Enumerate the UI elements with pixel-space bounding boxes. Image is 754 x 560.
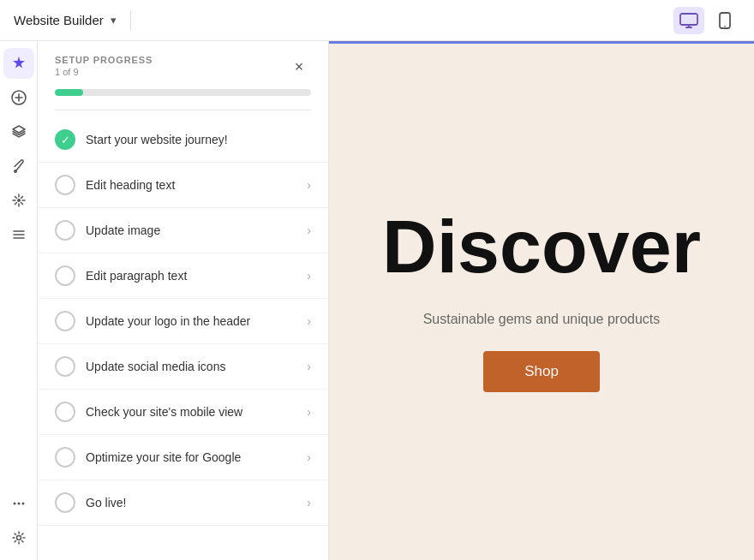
progress-count: 1 of 9 bbox=[55, 67, 153, 77]
check-empty-icon bbox=[55, 492, 75, 513]
checklist-item-label-update-image: Update image bbox=[86, 223, 296, 237]
svg-point-5 bbox=[13, 503, 15, 505]
checklist-item-update-logo[interactable]: Update your logo in the header › bbox=[38, 299, 328, 344]
magic-sidebar-button[interactable] bbox=[3, 48, 34, 79]
svg-point-2 bbox=[724, 25, 726, 27]
checklist-item-go-live[interactable]: Go live! › bbox=[38, 480, 328, 526]
header-left: Website Builder ▾ bbox=[14, 10, 138, 31]
header-divider bbox=[130, 10, 131, 31]
check-completed-icon: ✓ bbox=[55, 129, 75, 150]
check-empty-icon bbox=[55, 265, 75, 286]
checklist-item-label-go-live: Go live! bbox=[86, 496, 296, 509]
checklist-item-mobile-view[interactable]: Check your site's mobile view › bbox=[38, 390, 328, 435]
progress-bar-track bbox=[55, 89, 311, 96]
list-sidebar-button[interactable] bbox=[3, 219, 34, 250]
sparkle-sidebar-button[interactable] bbox=[3, 185, 34, 216]
chevron-right-icon: › bbox=[307, 450, 311, 464]
add-sidebar-button[interactable] bbox=[3, 82, 34, 113]
setup-panel-header: SETUP PROGRESS 1 of 9 × bbox=[38, 41, 328, 89]
chevron-right-icon: › bbox=[307, 314, 311, 328]
settings-bottom-button[interactable] bbox=[3, 522, 34, 553]
chevron-right-icon: › bbox=[307, 496, 311, 509]
setup-progress-label: SETUP PROGRESS bbox=[55, 55, 153, 65]
desktop-view-button[interactable] bbox=[673, 7, 704, 34]
canvas-top-border bbox=[329, 41, 754, 44]
svg-point-8 bbox=[16, 536, 21, 540]
setup-header-info: SETUP PROGRESS 1 of 9 bbox=[55, 55, 153, 77]
check-empty-icon bbox=[55, 402, 75, 422]
chevron-right-icon: › bbox=[307, 223, 311, 237]
checklist-item-label-start: Start your website journey! bbox=[86, 133, 311, 146]
svg-point-4 bbox=[17, 199, 21, 202]
svg-point-6 bbox=[17, 503, 20, 505]
progress-bar-container bbox=[38, 89, 328, 110]
check-empty-icon bbox=[55, 311, 75, 331]
checklist-item-label-update-logo: Update your logo in the header bbox=[86, 314, 296, 328]
checklist-item-edit-heading[interactable]: Edit heading text › bbox=[38, 163, 328, 208]
checklist-item-label-edit-paragraph: Edit paragraph text bbox=[86, 269, 296, 283]
check-empty-icon bbox=[55, 447, 75, 468]
check-empty-icon bbox=[55, 356, 75, 377]
main-area: SETUP PROGRESS 1 of 9 × ✓ Start your web… bbox=[0, 41, 754, 560]
checklist-item-label-google-optimize: Optimize your site for Google bbox=[86, 450, 296, 464]
chevron-right-icon: › bbox=[307, 405, 311, 419]
chevron-right-icon: › bbox=[307, 360, 311, 373]
layers-sidebar-button[interactable] bbox=[3, 116, 34, 147]
header-bar: Website Builder ▾ bbox=[0, 0, 754, 41]
checklist-item-label-mobile-view: Check your site's mobile view bbox=[86, 405, 296, 419]
checklist-item-social-media[interactable]: Update social media icons › bbox=[38, 344, 328, 390]
checklist-item-label-social-media: Update social media icons bbox=[86, 360, 296, 373]
checklist-item-update-image[interactable]: Update image › bbox=[38, 208, 328, 253]
chevron-right-icon: › bbox=[307, 178, 311, 192]
svg-point-7 bbox=[21, 503, 24, 505]
sidebar-icons bbox=[0, 41, 38, 560]
svg-rect-0 bbox=[680, 14, 697, 25]
close-panel-button[interactable]: × bbox=[287, 55, 311, 79]
progress-bar-fill bbox=[55, 89, 83, 96]
header-right bbox=[673, 7, 740, 34]
checklist-item-google-optimize[interactable]: Optimize your site for Google › bbox=[38, 435, 328, 480]
paint-sidebar-button[interactable] bbox=[3, 151, 34, 182]
more-sidebar-button[interactable] bbox=[3, 488, 34, 519]
check-empty-icon bbox=[55, 175, 75, 195]
canvas-heading: Discover bbox=[382, 209, 701, 284]
checklist-item-edit-paragraph[interactable]: Edit paragraph text › bbox=[38, 253, 328, 299]
chevron-right-icon: › bbox=[307, 269, 311, 283]
app-title: Website Builder bbox=[14, 13, 104, 27]
canvas-tagline: Sustainable gems and unique products bbox=[423, 312, 661, 327]
setup-panel: SETUP PROGRESS 1 of 9 × ✓ Start your web… bbox=[38, 41, 329, 560]
checklist: ✓ Start your website journey! Edit headi… bbox=[38, 110, 328, 560]
chevron-down-icon[interactable]: ▾ bbox=[111, 14, 117, 27]
shop-button[interactable]: Shop bbox=[483, 351, 600, 392]
check-empty-icon bbox=[55, 220, 75, 241]
canvas-area: Discover Sustainable gems and unique pro… bbox=[329, 41, 754, 560]
mobile-view-button[interactable] bbox=[709, 7, 740, 34]
checklist-item-label-edit-heading: Edit heading text bbox=[86, 178, 296, 192]
checklist-item-start[interactable]: ✓ Start your website journey! bbox=[38, 117, 328, 163]
